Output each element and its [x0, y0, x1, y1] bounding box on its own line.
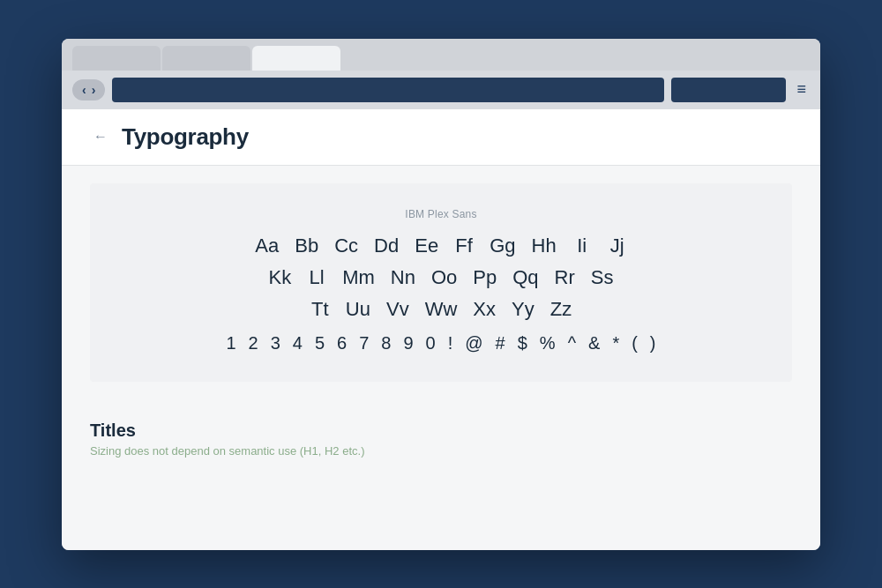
alphabet-row-3: Tt Uu Vv Ww Xx Yy Zz: [310, 298, 572, 321]
browser-window: ‹ › ≡ ← Typography IBM Plex Sans Aa Bb C…: [62, 39, 820, 550]
char-Uu: Uu: [346, 298, 370, 321]
char-Gg: Gg: [490, 234, 515, 257]
char-1: 1: [226, 333, 235, 354]
char-hash: #: [496, 333, 505, 354]
alphabet-row-1: Aa Bb Cc Dd Ee Ff Gg Hh Ii Jj: [255, 234, 626, 257]
char-Jj: Jj: [608, 234, 627, 257]
char-Qq: Qq: [512, 266, 538, 289]
char-Hh: Hh: [532, 234, 557, 257]
char-dollar: $: [518, 333, 527, 354]
char-percent: %: [540, 333, 556, 354]
char-ampersand: &: [588, 333, 600, 354]
char-Cc: Cc: [334, 234, 358, 257]
numbers-row: 1 2 3 4 5 6 7 8 9 0 ! @ # $ % ^ & * ( ): [226, 333, 655, 354]
char-5: 5: [315, 333, 325, 354]
char-Aa: Aa: [255, 234, 279, 257]
char-3: 3: [271, 333, 280, 354]
font-name-label: IBM Plex Sans: [405, 208, 476, 220]
char-4: 4: [293, 333, 303, 354]
titles-section: Titles Sizing does not depend on semanti…: [62, 399, 820, 479]
titles-subtext: Sizing does not depend on semantic use (…: [90, 444, 792, 458]
menu-button[interactable]: ≡: [793, 80, 810, 99]
char-7: 7: [359, 333, 369, 354]
titles-heading: Titles: [90, 421, 792, 441]
char-Mm: Mm: [342, 266, 375, 289]
char-open-paren: (: [632, 333, 638, 354]
char-Vv: Vv: [386, 298, 409, 321]
char-Bb: Bb: [295, 234, 318, 257]
forward-nav-button[interactable]: ›: [89, 83, 99, 97]
char-close-paren: ): [650, 333, 656, 354]
char-9: 9: [403, 333, 413, 354]
char-6: 6: [337, 333, 347, 354]
back-button[interactable]: ←: [90, 126, 111, 147]
char-caret: ^: [568, 333, 576, 354]
char-exclaim: !: [448, 333, 453, 354]
char-Nn: Nn: [391, 266, 415, 289]
char-Oo: Oo: [431, 266, 457, 289]
char-Ee: Ee: [415, 234, 438, 257]
char-Yy: Yy: [512, 298, 534, 321]
address-bar[interactable]: [112, 78, 664, 102]
char-0: 0: [426, 333, 436, 354]
char-Zz: Zz: [550, 298, 572, 321]
char-2: 2: [249, 333, 258, 354]
char-Ff: Ff: [454, 234, 474, 257]
char-Ll: Ll: [307, 266, 326, 289]
font-showcase: IBM Plex Sans Aa Bb Cc Dd Ee Ff Gg Hh Ii…: [90, 183, 792, 382]
char-Tt: Tt: [310, 298, 330, 321]
browser-toolbar: ‹ › ≡: [62, 71, 820, 109]
browser-tab-1[interactable]: [72, 46, 161, 71]
char-Ii: Ii: [572, 234, 592, 257]
browser-tab-2[interactable]: [162, 46, 250, 71]
char-Xx: Xx: [473, 298, 496, 321]
char-Kk: Kk: [268, 266, 291, 289]
back-nav-button[interactable]: ‹: [79, 83, 89, 97]
search-bar[interactable]: [671, 78, 786, 102]
browser-content: ← Typography IBM Plex Sans Aa Bb Cc Dd E…: [62, 109, 820, 550]
page-title: Typography: [122, 123, 249, 151]
browser-tab-3-active[interactable]: [252, 46, 340, 71]
char-Dd: Dd: [374, 234, 399, 257]
page-header: ← Typography: [62, 109, 820, 166]
char-Ww: Ww: [425, 298, 458, 321]
char-8: 8: [381, 333, 391, 354]
char-Rr: Rr: [555, 266, 575, 289]
alphabet-row-2: Kk Ll Mm Nn Oo Pp Qq Rr Ss: [268, 266, 613, 289]
char-asterisk: *: [612, 333, 619, 354]
char-Pp: Pp: [473, 266, 497, 289]
char-Ss: Ss: [591, 266, 614, 289]
browser-tabs: [62, 39, 820, 71]
char-at: @: [465, 333, 482, 354]
nav-buttons: ‹ ›: [72, 79, 105, 100]
